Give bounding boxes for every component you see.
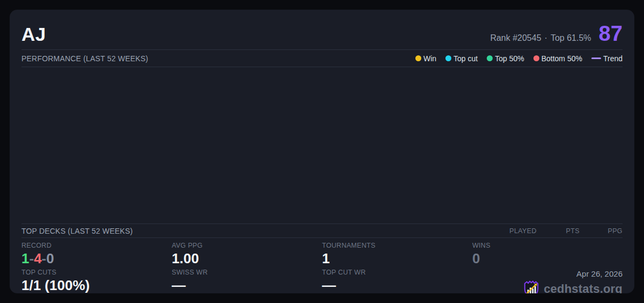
- record-part: -: [42, 250, 47, 266]
- legend-item-bottom-50-: Bottom 50%: [533, 54, 582, 63]
- date-text: Apr 26, 2026: [576, 269, 623, 278]
- rank-separator: ·: [545, 33, 547, 42]
- stat-tournaments-label: TOURNAMENTS: [322, 242, 472, 249]
- brand: cedhstats.org: [523, 280, 623, 293]
- top-decks-columns: PLAYEDPTSPPG: [494, 227, 623, 235]
- top-decks-title: TOP DECKS (LAST 52 WEEKS): [21, 227, 133, 235]
- legend-label: Win: [423, 54, 436, 63]
- stat-swiss-wr-label: SWISS WR: [172, 269, 322, 276]
- stat-record-label: RECORD: [21, 242, 172, 249]
- site-name: cedhstats.org: [544, 282, 623, 293]
- player-name: AJ: [21, 24, 46, 45]
- stat-record: RECORD 1-4-0: [21, 242, 172, 267]
- legend-label: Bottom 50%: [541, 54, 582, 63]
- rank-and-score: Rank #20545·Top 61.5% 87: [490, 23, 623, 44]
- deck-column-pts: PTS: [537, 227, 580, 235]
- player-score: 87: [599, 23, 623, 44]
- stats-column-3: TOURNAMENTS 1 TOP CUT WR —: [322, 242, 472, 293]
- legend-item-top-50-: Top 50%: [487, 54, 524, 63]
- stat-record-value: 1-4-0: [21, 251, 172, 267]
- legend-dot-swatch: [415, 55, 421, 61]
- stat-top-cut-wr-value: —: [322, 278, 472, 293]
- legend-line-swatch: [591, 57, 601, 59]
- cedhstats-logo-icon: [523, 280, 539, 293]
- deck-column-ppg: PPG: [580, 227, 623, 235]
- stat-top-cut-wr: TOP CUT WR —: [322, 269, 472, 293]
- rank-line: Rank #20545·Top 61.5%: [490, 33, 591, 43]
- stats-column-2: AVG PPG 1.00 SWISS WR —: [172, 242, 322, 293]
- stat-tournaments-value: 1: [322, 251, 472, 267]
- performance-chart: [21, 67, 623, 223]
- stats-grid: RECORD 1-4-0 TOP CUTS 1/1 (100%) AVG PPG…: [21, 238, 623, 293]
- chart-legend: WinTop cutTop 50%Bottom 50%Trend: [415, 54, 623, 63]
- card-footer: Apr 26, 2026 cedhstats.org: [472, 269, 623, 293]
- legend-item-trend: Trend: [591, 54, 623, 63]
- record-part: -: [29, 250, 34, 266]
- legend-label: Trend: [603, 54, 623, 63]
- legend-dot-swatch: [533, 55, 539, 61]
- top-percent-text: Top 61.5%: [551, 33, 591, 42]
- record-part: 0: [46, 250, 54, 266]
- legend-item-win: Win: [415, 54, 436, 63]
- stat-avg-ppg-label: AVG PPG: [172, 242, 322, 249]
- performance-header-row: PERFORMANCE (LAST 52 WEEKS) WinTop cutTo…: [21, 50, 623, 67]
- stat-top-cuts-label: TOP CUTS: [21, 269, 172, 276]
- record-part: 1: [21, 250, 29, 266]
- stat-wins-value: 0: [472, 251, 623, 267]
- stat-top-cuts-value: 1/1 (100%): [21, 278, 172, 293]
- stats-column-4: WINS 0 Apr 26, 2026 cedhstats.org: [472, 242, 623, 293]
- stat-tournaments: TOURNAMENTS 1: [322, 242, 472, 267]
- card-header: AJ Rank #20545·Top 61.5% 87: [21, 10, 623, 49]
- top-decks-header-row: TOP DECKS (LAST 52 WEEKS) PLAYEDPTSPPG: [21, 223, 623, 238]
- rank-text: Rank #20545: [490, 33, 541, 42]
- player-stats-card: AJ Rank #20545·Top 61.5% 87 PERFORMANCE …: [10, 10, 634, 293]
- stat-avg-ppg: AVG PPG 1.00: [172, 242, 322, 267]
- legend-item-top-cut: Top cut: [445, 54, 478, 63]
- legend-label: Top cut: [453, 54, 478, 63]
- stat-wins: WINS 0: [472, 242, 623, 267]
- legend-dot-swatch: [445, 55, 451, 61]
- stat-wins-label: WINS: [472, 242, 623, 249]
- stat-swiss-wr: SWISS WR —: [172, 269, 322, 293]
- stat-swiss-wr-value: —: [172, 278, 322, 293]
- legend-dot-swatch: [487, 55, 493, 61]
- stats-column-1: RECORD 1-4-0 TOP CUTS 1/1 (100%): [21, 242, 172, 293]
- performance-title: PERFORMANCE (LAST 52 WEEKS): [21, 54, 148, 63]
- deck-column-played: PLAYED: [494, 227, 537, 235]
- stat-top-cut-wr-label: TOP CUT WR: [322, 269, 472, 276]
- legend-label: Top 50%: [495, 54, 524, 63]
- record-part: 4: [34, 250, 41, 266]
- stat-top-cuts: TOP CUTS 1/1 (100%): [21, 269, 172, 293]
- stat-avg-ppg-value: 1.00: [172, 251, 322, 267]
